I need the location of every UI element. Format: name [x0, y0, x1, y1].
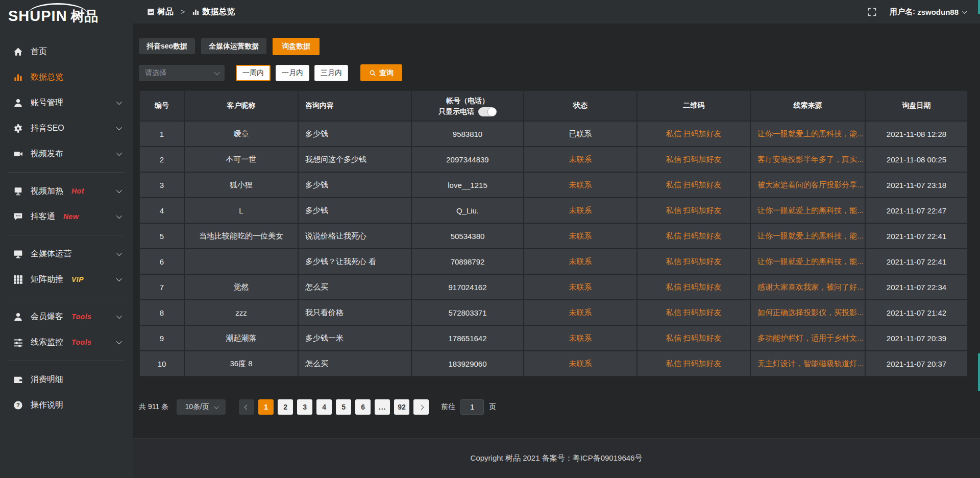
page-button-92[interactable]: 92 — [394, 399, 409, 415]
cell-qrcode-link[interactable]: 私信 扫码加好友 — [637, 351, 750, 376]
range-button-quarter[interactable]: 三月内 — [314, 65, 348, 81]
page-button-6[interactable]: 6 — [355, 399, 371, 415]
cell-status: 未联系 — [524, 223, 637, 249]
cell-qrcode-link[interactable]: 私信 扫码加好友 — [637, 121, 750, 147]
goto-unit-label: 页 — [489, 402, 496, 412]
chevron-down-icon — [116, 187, 122, 193]
chevron-down-icon — [116, 250, 122, 256]
sidebar-item-操作说明[interactable]: ?操作说明 — [0, 392, 133, 418]
page-footer: Copyright 树品 2021 备案号：粤ICP备09019646号 — [133, 438, 980, 478]
cell-lead-source-link[interactable]: 多功能护栏灯，适用于乡村文... — [750, 325, 865, 351]
cell-index: 2 — [139, 147, 184, 172]
table-body: 1暧章多少钱9583810已联系私信 扫码加好友让你一眼就爱上的黑科技，能...… — [139, 121, 968, 376]
cell-lead-source-link[interactable]: 让你一眼就爱上的黑科技，能... — [750, 223, 865, 249]
cell-lead-source-link[interactable]: 让你一眼就爱上的黑科技，能... — [750, 249, 865, 274]
next-page-button[interactable] — [413, 399, 429, 415]
sliders-icon — [13, 338, 23, 347]
page-button-4[interactable]: 4 — [316, 399, 332, 415]
user-icon — [13, 98, 23, 108]
breadcrumb-current: 数据总览 — [202, 7, 235, 17]
fullscreen-icon[interactable] — [868, 8, 876, 16]
user-menu[interactable]: 用户名: zswodun88 — [890, 7, 966, 17]
logo-arc-decoration — [28, 3, 88, 14]
main-content: 抖音seo数据 全媒体运营数据 询盘数据 请选择 一周内 一月内 三月内 查询 … — [139, 24, 967, 415]
sidebar-item-全媒体运营[interactable]: 全媒体运营 — [0, 241, 133, 267]
cell-status: 未联系 — [524, 198, 637, 223]
cell-qrcode-link[interactable]: 私信 扫码加好友 — [637, 147, 750, 172]
sidebar-item-抖音SEO[interactable]: 抖音SEO — [0, 115, 133, 141]
tab-inquiry-data[interactable]: 询盘数据 — [273, 38, 320, 55]
sidebar-item-抖客通[interactable]: 抖客通New — [0, 204, 133, 229]
col-header-content: 咨询内容 — [298, 90, 411, 121]
sidebar-item-label: 矩阵助推 — [31, 274, 63, 285]
menu-divider — [8, 235, 125, 235]
cell-lead-source-link[interactable]: 感谢大家喜欢我家，被问了好... — [750, 274, 865, 300]
cell-lead-source-link[interactable]: 让你一眼就爱上的黑科技，能... — [750, 121, 865, 147]
cell-content: 我只看价格 — [298, 300, 411, 325]
cell-index: 4 — [139, 198, 184, 223]
page-button-2[interactable]: 2 — [278, 399, 293, 415]
cell-account: love__1215 — [411, 172, 524, 198]
cell-index: 10 — [139, 351, 184, 376]
sidebar-item-线索监控[interactable]: 线索监控Tools — [0, 329, 133, 355]
cell-qrcode-link[interactable]: 私信 扫码加好友 — [637, 325, 750, 351]
gear-icon — [13, 124, 23, 133]
sidebar-item-视频加热[interactable]: 视频加热Hot — [0, 178, 133, 204]
home-icon — [13, 47, 23, 57]
tab-douyin-seo-data[interactable]: 抖音seo数据 — [139, 38, 195, 54]
query-button-label: 查询 — [379, 68, 394, 78]
cell-qrcode-link[interactable]: 私信 扫码加好友 — [637, 172, 750, 198]
cell-status: 未联系 — [524, 147, 637, 172]
badge-tools: Tools — [71, 313, 91, 321]
filter-select[interactable]: 请选择 — [139, 65, 225, 81]
tab-media-operation-data[interactable]: 全媒体运营数据 — [201, 38, 266, 54]
prev-page-button[interactable] — [239, 399, 254, 415]
sidebar-item-消费明细[interactable]: 消费明细 — [0, 367, 133, 392]
cell-qrcode-link[interactable]: 私信 扫码加好友 — [637, 223, 750, 249]
range-button-month[interactable]: 一月内 — [276, 65, 309, 81]
cell-nickname: 不可一世 — [184, 147, 298, 172]
cell-qrcode-link[interactable]: 私信 扫码加好友 — [637, 274, 750, 300]
cell-qrcode-link[interactable]: 私信 扫码加好友 — [637, 300, 750, 325]
cell-nickname: L — [184, 198, 298, 223]
monitor-icon — [13, 249, 23, 259]
sidebar-item-label: 首页 — [31, 46, 47, 57]
cell-lead-source-link[interactable]: 如何正确选择投影仪，买投影... — [750, 300, 865, 325]
sidebar-item-矩阵助推[interactable]: 矩阵助推VIP — [0, 267, 133, 292]
cell-qrcode-link[interactable]: 私信 扫码加好友 — [637, 249, 750, 274]
col-header-inquiry-date: 询盘日期 — [865, 90, 968, 121]
cell-nickname: 36度 8 — [184, 351, 298, 376]
cell-lead-source-link[interactable]: 客厅安装投影半年多了，真实... — [750, 147, 865, 172]
page-button-5[interactable]: 5 — [336, 399, 351, 415]
chevron-down-icon — [116, 150, 122, 156]
scrollbar-thumb[interactable] — [978, 353, 980, 391]
sidebar-item-数据总览[interactable]: 数据总览 — [0, 64, 133, 90]
cell-index: 7 — [139, 274, 184, 300]
inquiry-table: 编号 客户昵称 咨询内容 帐号（电话） 只显示电话 状态 二维码 线索来源 询盘… — [139, 90, 968, 377]
sidebar-item-会员爆客[interactable]: 会员爆客Tools — [0, 304, 133, 329]
sidebar-item-首页[interactable]: 首页 — [0, 39, 133, 64]
query-button[interactable]: 查询 — [360, 64, 402, 81]
cell-inquiry-date: 2021-11-07 22:47 — [865, 198, 968, 223]
table-row: 9潮起潮落多少钱一米178651642未联系私信 扫码加好友多功能护栏灯，适用于… — [139, 325, 968, 351]
page-button-1[interactable]: 1 — [258, 399, 274, 415]
heat-monitor-icon — [13, 186, 23, 196]
cell-lead-source-link[interactable]: 让你一眼就爱上的黑科技，能... — [750, 198, 865, 223]
page-size-select[interactable]: 10条/页 — [177, 399, 226, 415]
breadcrumb-root[interactable]: 树品 — [157, 7, 174, 17]
cell-qrcode-link[interactable]: 私信 扫码加好友 — [637, 198, 750, 223]
page-ellipsis-button[interactable]: ... — [375, 399, 390, 415]
cell-lead-source-link[interactable]: 被大家追着问的客厅投影分享... — [750, 172, 865, 198]
range-button-week[interactable]: 一周内 — [236, 65, 271, 81]
sidebar-item-label: 会员爆客 — [31, 312, 63, 322]
goto-page-input[interactable] — [460, 399, 484, 415]
page-button-3[interactable]: 3 — [297, 399, 312, 415]
sidebar-item-label: 抖音SEO — [31, 123, 64, 134]
scrollbar-thumb[interactable] — [978, 0, 980, 14]
sidebar-item-账号管理[interactable]: 账号管理 — [0, 90, 133, 115]
phone-only-toggle[interactable] — [478, 107, 497, 116]
sidebar-item-视频发布[interactable]: 视频发布 — [0, 141, 133, 166]
pagination-bar: 共 911 条 10条/页 123456...92 前往 页 — [139, 399, 967, 415]
cell-inquiry-date: 2021-11-07 22:41 — [865, 223, 968, 249]
cell-lead-source-link[interactable]: 无主灯设计，智能磁吸轨道灯... — [750, 351, 865, 376]
